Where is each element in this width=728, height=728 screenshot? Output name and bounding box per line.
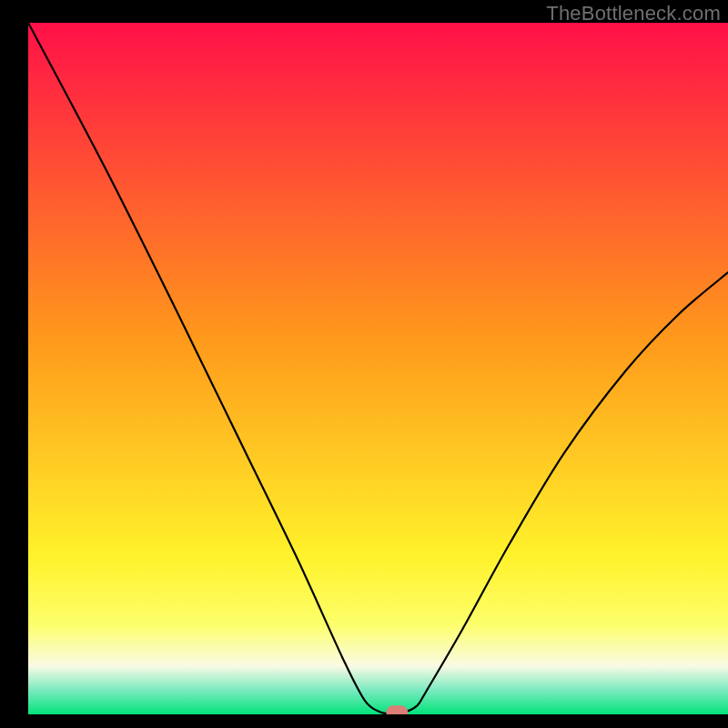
plot-background	[28, 23, 728, 714]
chart-svg	[0, 0, 728, 728]
chart-canvas: TheBottleneck.com	[0, 0, 728, 728]
attribution-label: TheBottleneck.com	[546, 2, 721, 25]
minimum-marker	[386, 705, 408, 719]
